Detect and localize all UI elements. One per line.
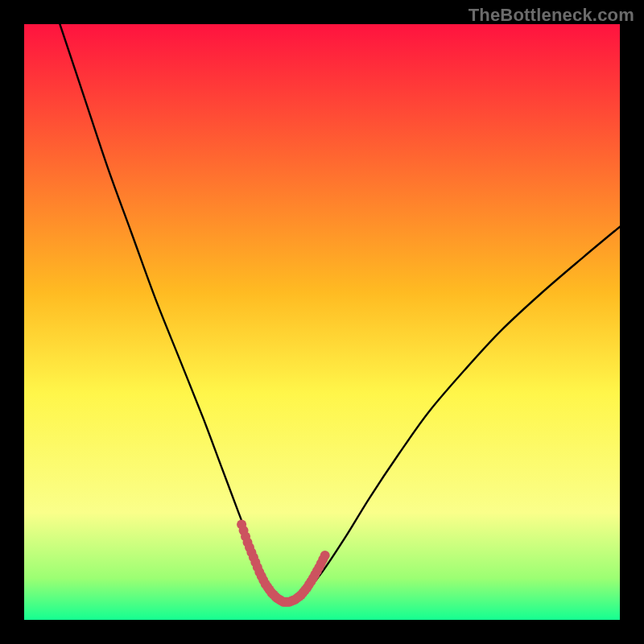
- plot-area: [24, 24, 620, 620]
- bottleneck-chart: [24, 24, 620, 620]
- chart-container: TheBottleneck.com: [0, 0, 644, 644]
- highlight-dot: [320, 551, 330, 560]
- watermark-text: TheBottleneck.com: [469, 5, 634, 26]
- gradient-background: [24, 24, 620, 620]
